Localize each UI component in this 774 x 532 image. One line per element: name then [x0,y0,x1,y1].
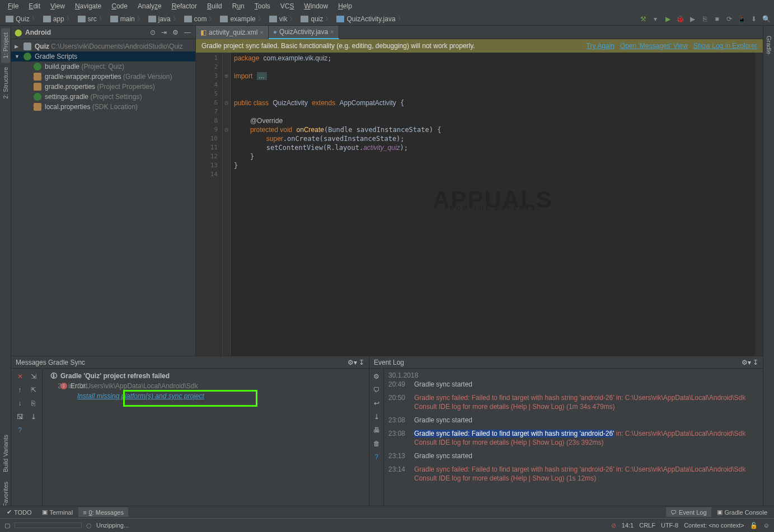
scroll-from-source-icon[interactable]: ⊙ [149,29,157,36]
sdk-manager-button[interactable]: ⬇ [749,15,758,23]
try-again-link[interactable]: Try Again [587,42,614,50]
tab-quizactivity-java[interactable]: ● QuizActivity.java × [269,26,339,39]
help-icon[interactable]: ? [15,425,26,436]
project-scope-label[interactable]: Android [25,29,146,36]
toolbtn-todo[interactable]: ✔TODO [2,507,36,517]
install-platform-link[interactable]: Install missing platform(s) and sync pro… [77,392,204,400]
gear-icon[interactable]: ⚙▾ [742,359,751,366]
message-group-header[interactable]: 🛈 Gradle 'Quiz' project refresh failed [50,371,369,381]
menu-navigate[interactable]: Navigate [71,1,106,11]
crumb-quiz-pkg[interactable]: quiz〉 [298,15,333,23]
hide-icon[interactable]: ↧ [753,359,758,366]
tool-tab-build-variants[interactable]: Build Variants [1,430,10,477]
print-icon[interactable]: 🖶 [371,425,382,436]
autoscroll-icon[interactable]: ⤓ [28,411,39,422]
fold-gutter[interactable]: ⊞⊟⊟ [223,53,231,356]
crumb-main[interactable]: main〉 [108,15,145,23]
error-indicator-icon[interactable]: ⊘ [611,522,616,529]
tool-tab-structure[interactable]: 2: Structure [1,63,10,103]
file-encoding[interactable]: UTF-8 [661,522,678,529]
debug-button[interactable]: 🐞 [676,15,684,23]
crumb-com[interactable]: com〉 [182,15,217,23]
filter-icon[interactable]: ⎘ [28,398,39,409]
tree-item-build-gradle[interactable]: build.gradle (Project: Quiz) [11,62,195,72]
tree-gradle-scripts[interactable]: ▼ Gradle Scripts [11,51,195,62]
gear-icon[interactable]: ⚙ [171,29,180,36]
progress-bar[interactable] [15,522,82,528]
lock-icon[interactable]: 🔓 [750,522,758,529]
prev-icon[interactable]: ↑ [15,384,26,396]
message-error-line[interactable]: ! Error: Failed to find target with hash… [50,381,369,391]
show-log-link[interactable]: Show Log in Explorer [693,42,757,50]
install-link-line[interactable]: Install missing platform(s) and sync pro… [50,391,369,401]
help-icon[interactable]: ? [371,451,382,463]
crumb-vik[interactable]: vik〉 [267,15,298,23]
close-icon[interactable]: × [260,29,263,36]
code-editor[interactable]: package com.example.vik.quiz; import ...… [231,53,755,356]
menu-tools[interactable]: Tools [250,1,275,11]
crumb-quiz[interactable]: Quiz〉 [3,15,40,23]
collapse-all-icon[interactable]: ⇱ [28,384,39,396]
menu-edit[interactable]: Edit [24,1,45,11]
settings-icon[interactable]: ⚙ [371,371,382,382]
line-separator[interactable]: CRLF [639,522,655,529]
crumb-src[interactable]: src〉 [76,15,107,23]
toolbtn-gradle-console[interactable]: ▣Gradle Console [712,507,772,517]
tree-item-gradle-props[interactable]: gradle.properties (Project Properties) [11,82,195,92]
run-config-dropdown[interactable]: ▾ [651,15,660,23]
open-messages-link[interactable]: Open 'Messages' View [620,42,688,50]
cursor-position[interactable]: 14:1 [622,522,634,529]
tree-item-settings-gradle[interactable]: settings.gradle (Project Settings) [11,92,195,102]
menu-window[interactable]: Window [299,1,332,11]
menu-refactor[interactable]: Refactor [167,1,201,11]
eventlog-content[interactable]: 30.1.2018 20:49Gradle sync started 20:50… [384,369,763,518]
tree-item-local-props[interactable]: local.properties (SDK Location) [11,102,195,112]
crumb-file[interactable]: QuizActivity.java〉 [334,15,405,23]
hide-icon[interactable]: — [183,29,192,36]
menu-help[interactable]: Help [334,1,356,11]
toolbtn-messages[interactable]: ≡0: Messages [78,507,128,517]
search-everywhere-button[interactable]: 🔍 [762,15,771,23]
scroll-to-end-icon[interactable]: ⤓ [371,411,382,422]
close-icon[interactable]: × [330,29,334,35]
attach-debugger-button[interactable]: ⎘ [700,15,709,23]
menu-analyze[interactable]: Analyze [133,1,166,11]
avd-manager-button[interactable]: 📱 [737,15,746,23]
toolbtn-terminal[interactable]: ▣Terminal [37,507,78,517]
mark-read-icon[interactable]: 🗩 [371,384,382,396]
sync-button[interactable]: ⟳ [725,15,734,23]
run-button[interactable]: ▶ [663,15,672,23]
tab-activity-quiz-xml[interactable]: ◧ activity_quiz.xml × [196,26,269,39]
messages-content[interactable]: 🛈 Gradle 'Quiz' project refresh failed !… [43,369,369,518]
tree-root-quiz[interactable]: ▶ Quiz C:\Users\vik\Documents\AndroidStu… [11,41,195,51]
stop-button[interactable]: ■ [712,15,721,23]
line-number-gutter[interactable]: 1234567891011121314 [196,53,223,356]
context-selector[interactable]: Context: <no context> [684,522,744,529]
expand-all-icon[interactable]: ⇲ [28,371,39,382]
crumb-app[interactable]: app〉 [41,15,74,23]
tool-tab-project[interactable]: 1: Project [1,28,10,63]
error-stripe[interactable] [755,53,763,356]
make-project-icon[interactable]: ⚒ [639,15,648,23]
next-icon[interactable]: ↓ [15,398,26,409]
crumb-example[interactable]: example〉 [218,15,265,23]
menu-vcs[interactable]: VCS [276,1,299,11]
hide-icon[interactable]: ↧ [359,359,364,366]
soft-wrap-icon[interactable]: ↩ [371,398,382,409]
profile-button[interactable]: ▶ [688,15,697,23]
tool-window-toggle-icon[interactable]: ▢ [4,522,10,529]
clear-icon[interactable]: 🗑 [371,438,382,449]
tool-tab-gradle[interactable]: Gradle [764,31,773,59]
menu-file[interactable]: File [3,1,23,11]
tree-item-wrapper-props[interactable]: gradle-wrapper.properties (Gradle Versio… [11,72,195,82]
menu-run[interactable]: Run [228,1,249,11]
collapse-all-icon[interactable]: ⇥ [160,29,168,36]
gear-icon[interactable]: ⚙▾ [348,359,357,366]
crumb-java[interactable]: java〉 [146,15,181,23]
export-icon[interactable]: 🖫 [15,411,26,422]
menu-code[interactable]: Code [107,1,132,11]
hector-icon[interactable]: ☺ [763,522,770,529]
close-icon[interactable]: ✕ [15,371,26,382]
menu-view[interactable]: View [46,1,69,11]
project-tree[interactable]: ▶ Quiz C:\Users\vik\Documents\AndroidStu… [11,39,195,114]
